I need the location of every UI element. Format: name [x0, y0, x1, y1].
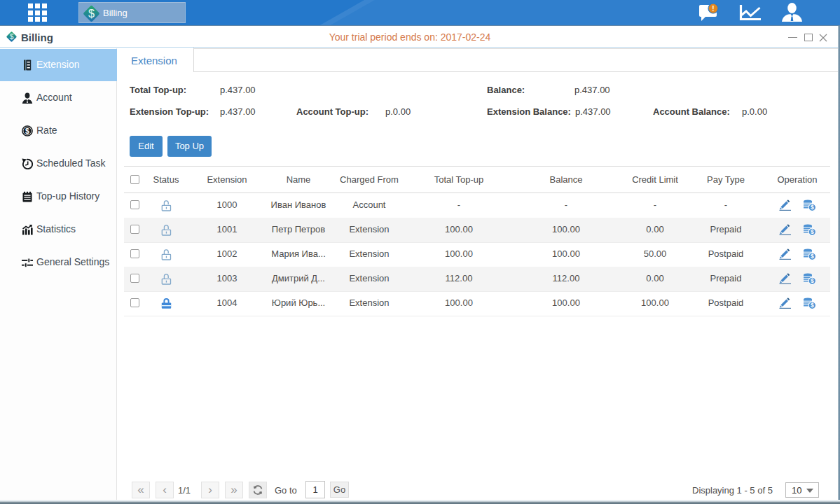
- svg-text:$: $: [25, 127, 29, 135]
- svg-text:$: $: [88, 7, 95, 20]
- svg-text:$: $: [811, 302, 814, 309]
- svg-text:$: $: [811, 277, 814, 284]
- svg-text:$: $: [811, 204, 814, 211]
- svg-text:$: $: [811, 253, 814, 260]
- svg-text:!: !: [712, 5, 714, 13]
- svg-text:$: $: [811, 228, 814, 235]
